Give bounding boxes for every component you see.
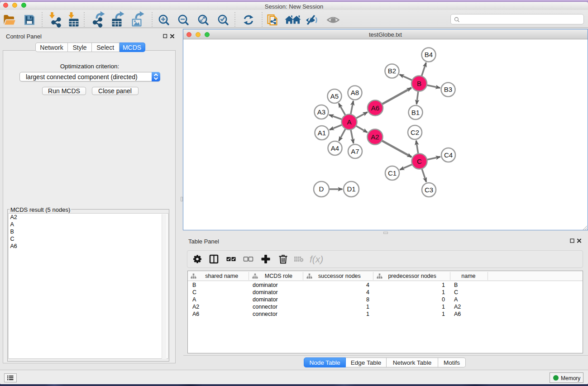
svg-text:B1: B1 [411, 109, 420, 116]
svg-text:A8: A8 [351, 89, 359, 96]
svg-text:A: A [347, 118, 351, 126]
svg-text:C4: C4 [444, 151, 453, 159]
svg-text:B2: B2 [388, 67, 396, 75]
svg-text:A1: A1 [318, 129, 326, 137]
svg-text:B3: B3 [444, 86, 452, 93]
svg-text:A2: A2 [371, 133, 379, 141]
svg-text:D1: D1 [347, 185, 355, 193]
svg-text:A5: A5 [330, 92, 339, 100]
svg-text:A3: A3 [317, 108, 325, 116]
svg-text:C: C [417, 157, 422, 165]
svg-text:f(x): f(x) [310, 254, 323, 264]
svg-text:C1: C1 [388, 169, 397, 177]
svg-text:A6: A6 [371, 104, 379, 112]
svg-text:C2: C2 [411, 129, 419, 136]
svg-text:A4: A4 [331, 144, 339, 152]
svg-text:A7: A7 [351, 148, 359, 155]
svg-text:B: B [417, 80, 421, 87]
svg-text:D: D [319, 185, 324, 193]
svg-text:B4: B4 [425, 51, 433, 58]
svg-text:C3: C3 [425, 186, 433, 194]
